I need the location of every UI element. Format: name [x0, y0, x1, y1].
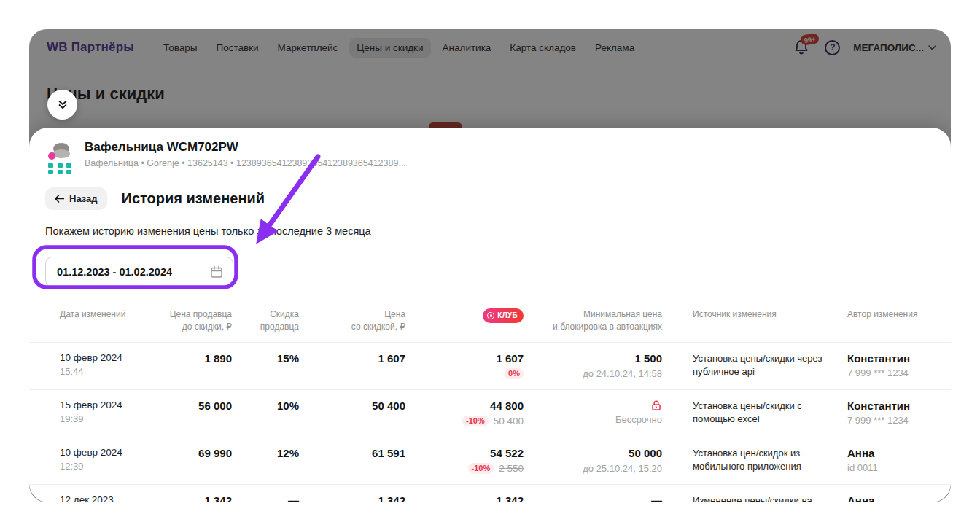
- back-button[interactable]: Назад: [45, 187, 107, 210]
- min-price-deadline: до 25.10.24, 15:20: [524, 463, 662, 474]
- table-row: 10 февр 2024 12:39 69 990 12% 61 591 54 …: [29, 437, 951, 484]
- history-description: Покажем историю изменения цены только за…: [29, 225, 951, 237]
- price-after-value: 50 400: [372, 400, 405, 412]
- price-before-value: 1 342: [204, 494, 232, 502]
- discount-value: 12%: [277, 447, 299, 459]
- min-price-value: —: [651, 494, 662, 502]
- club-price-value: 1 342: [496, 494, 524, 502]
- history-header-row: Назад История изменений: [29, 187, 951, 210]
- change-date: 12 дек 2023: [60, 494, 147, 502]
- col-header-club: КЛУБ: [405, 308, 524, 323]
- change-source: Установка цен/скидок из мобильного прило…: [662, 447, 847, 473]
- club-ring-icon: [487, 312, 494, 319]
- history-heading: История изменений: [122, 190, 265, 207]
- date-range-input[interactable]: 01.12.2023 - 01.02.2024: [45, 257, 233, 287]
- table-row: 15 февр 2024 19:39 56 000 10% 50 400 44 …: [29, 389, 951, 437]
- product-header: Вафельница WCM702PW Вафельница • Gorenje…: [29, 128, 951, 175]
- club-badge: КЛУБ: [483, 308, 524, 323]
- author-name: Константин: [847, 400, 951, 412]
- club-price-value: 1 607: [496, 352, 524, 365]
- min-price-deadline: до 24.10.24, 14:58: [524, 368, 662, 379]
- change-date: 15 февр 2024: [60, 400, 147, 410]
- col-header-price-after: Цена со скидкой, ₽: [299, 308, 405, 333]
- club-price-value: 44 800: [490, 400, 524, 412]
- discount-value: —: [288, 494, 299, 502]
- change-source: Установка цены/скидки с помощью excel: [662, 400, 847, 426]
- author-contact: 7 999 *** 1234: [847, 415, 951, 426]
- table-row: 12 дек 2023 1 342 — 1 342 1 342 — Измене…: [29, 484, 951, 502]
- collapse-sheet-button[interactable]: [47, 90, 77, 120]
- min-price-value: 50 000: [629, 447, 662, 459]
- club-discount-badge: 0%: [505, 368, 524, 379]
- author-contact: id 0011: [847, 462, 951, 473]
- col-header-price-before: Цена продавца до скидки, ₽: [147, 308, 232, 333]
- double-chevron-down-icon: [57, 99, 69, 111]
- price-after-value: 1 607: [378, 352, 405, 365]
- author-name: Константин: [847, 352, 951, 365]
- author-contact: 7 999 *** 1234: [847, 367, 951, 378]
- club-price-value: 54 522: [490, 447, 524, 459]
- club-discount-badge: -10%: [462, 416, 489, 426]
- club-discount-badge: -10%: [468, 463, 494, 474]
- app-window: WB Партнёры Товары Поставки Маркетплейс …: [29, 29, 951, 502]
- change-time: 12:39: [60, 461, 147, 472]
- col-header-min-price: Минимальная цена и блокировка в автоакци…: [524, 308, 662, 333]
- change-source: Установка цены/скидки через публичное ap…: [662, 352, 847, 378]
- product-subtitle: Вафельница • Gorenje • 13625143 • 123893…: [85, 158, 406, 168]
- product-title: Вафельница WCM702PW: [85, 140, 406, 155]
- discount-value: 10%: [277, 400, 299, 412]
- change-time: 15:44: [60, 366, 147, 377]
- club-old-price: 2 550: [499, 463, 524, 474]
- author-name: Анна: [847, 494, 951, 502]
- col-header-author: Автор изменения: [847, 308, 951, 321]
- price-before-value: 56 000: [198, 400, 232, 412]
- min-price-value: 1 500: [634, 352, 662, 365]
- waffle-maker-thumbnail: [45, 139, 74, 175]
- price-before-value: 1 890: [204, 352, 232, 365]
- calendar-icon: [210, 265, 223, 278]
- change-time: 19:39: [60, 413, 147, 424]
- table-header-row: Дата изменений Цена продавца до скидки, …: [29, 308, 951, 342]
- min-price-deadline: Бессрочно: [524, 414, 662, 425]
- price-after-value: 1 342: [378, 494, 405, 502]
- change-date: 10 февр 2024: [60, 352, 147, 363]
- change-date: 10 февр 2024: [60, 447, 147, 458]
- col-header-discount: Скидка продавца: [232, 308, 299, 333]
- col-header-source: Источник изменения: [662, 308, 847, 321]
- date-range-value: 01.12.2023 - 01.02.2024: [57, 266, 172, 278]
- price-history-table: Дата изменений Цена продавца до скидки, …: [29, 308, 951, 502]
- price-after-value: 61 591: [372, 447, 405, 459]
- product-info: Вафельница WCM702PW Вафельница • Gorenje…: [85, 139, 406, 168]
- table-row: 10 февр 2024 15:44 1 890 15% 1 607 1 607…: [29, 342, 951, 389]
- lock-icon: [650, 400, 662, 411]
- price-history-sheet: Вафельница WCM702PW Вафельница • Gorenje…: [29, 128, 951, 502]
- back-button-label: Назад: [69, 193, 98, 204]
- page-background: WB Партнёры Товары Поставки Маркетплейс …: [0, 0, 980, 522]
- author-name: Анна: [847, 447, 951, 459]
- product-image: [45, 139, 74, 175]
- col-header-date: Дата изменений: [29, 308, 147, 321]
- price-before-value: 69 990: [198, 447, 232, 459]
- change-source: Изменение цены/скидки на портале управле…: [662, 494, 847, 502]
- autoaction-lock: [524, 400, 662, 411]
- discount-value: 15%: [277, 352, 299, 365]
- club-old-price: 50 400: [494, 416, 524, 426]
- arrow-left-icon: [55, 195, 64, 203]
